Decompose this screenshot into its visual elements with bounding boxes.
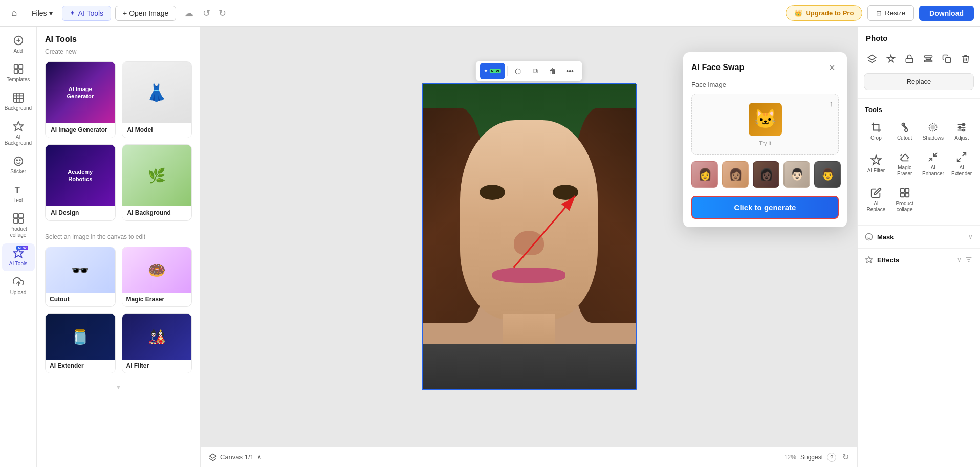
layers-button[interactable]: Canvas 1/1 ∧ — [209, 453, 262, 461]
suggest-button[interactable]: Suggest — [800, 454, 823, 461]
effects-settings-icon[interactable] — [965, 256, 973, 264]
effects-label: Effects — [877, 256, 899, 264]
sidebar-item-upload[interactable]: Upload — [2, 272, 35, 300]
tool-ai-extender-label: AI Extender — [46, 360, 115, 373]
svg-point-14 — [16, 160, 17, 161]
face-sample-1[interactable]: 👩 — [691, 161, 718, 188]
sidebar-item-add[interactable]: Add — [2, 31, 35, 58]
magic-icon[interactable] — [883, 51, 899, 67]
tools-panel: AI Tools Create new AI ImageGenerator AI… — [37, 27, 201, 467]
svg-marker-12 — [13, 122, 23, 130]
delete-button[interactable]: 🗑 — [545, 63, 561, 79]
sidebar-item-ai-background-label: AI Background — [4, 134, 33, 146]
duplicate-button[interactable]: ⧉ — [527, 63, 543, 79]
face-upload-area[interactable]: 🐱 Try it ↑ — [691, 94, 839, 155]
ai-replace-label: AI Replace — [865, 201, 887, 213]
divider-3 — [858, 248, 980, 249]
more-button[interactable]: ••• — [562, 63, 578, 79]
svg-point-13 — [14, 157, 23, 166]
face-swap-modal: AI Face Swap ✕ Face image 🐱 Try it ↑ 👩 — [683, 52, 847, 227]
layers-icon — [209, 453, 217, 461]
sidebar-item-product-collage-label: Product collage — [4, 226, 33, 238]
photo-canvas[interactable] — [422, 83, 637, 390]
right-tool-ai-replace[interactable]: AI Replace — [863, 183, 889, 217]
canvas-chevron-icon: ∧ — [257, 453, 262, 461]
sidebar-item-ai-background[interactable]: AI Background — [2, 117, 35, 150]
files-menu[interactable]: Files ▾ — [27, 6, 58, 20]
download-button[interactable]: Download — [919, 6, 974, 21]
right-panel: Photo Replace Tools — [857, 27, 980, 467]
align-icon[interactable] — [920, 51, 937, 67]
face-sample-5[interactable]: 👨 — [814, 161, 841, 188]
mask-label: Mask — [877, 233, 894, 241]
help-button[interactable]: ? — [827, 453, 836, 462]
right-tool-crop[interactable]: Crop — [863, 118, 889, 145]
mask-button[interactable]: ⬡ — [510, 63, 526, 79]
ai-tools-button[interactable]: ✦ AI Tools — [62, 6, 112, 21]
upgrade-button[interactable]: 👑 Upgrade to Pro — [786, 5, 862, 21]
tool-magic-eraser[interactable]: 🍩 Magic Eraser — [122, 247, 192, 307]
face-sample-3[interactable]: 👩🏿 — [753, 161, 779, 188]
svg-marker-43 — [872, 155, 881, 164]
home-button[interactable]: ⌂ — [6, 5, 23, 21]
face-sample-2[interactable]: 👩🏽 — [722, 161, 749, 188]
svg-rect-30 — [926, 58, 930, 60]
svg-line-44 — [934, 153, 937, 156]
right-tool-ai-filter[interactable]: AI Filter — [863, 147, 889, 181]
effects-chevron-icon[interactable]: ∨ — [957, 256, 962, 263]
svg-text:T: T — [14, 185, 19, 194]
delete-right-icon[interactable] — [957, 51, 974, 67]
ai-edit-button[interactable]: ✦ NEW — [480, 63, 505, 79]
canvas-area: ✦ NEW ⬡ ⧉ 🗑 ••• — [201, 27, 857, 467]
adjust-label: Adjust — [954, 135, 969, 141]
right-tool-shadows[interactable]: Shadows — [920, 118, 947, 145]
right-tool-ai-extender[interactable]: AI Extender — [948, 147, 975, 181]
sidebar-item-background[interactable]: Background — [2, 88, 35, 116]
sidebar-item-text[interactable]: T Text — [2, 180, 35, 208]
background-icon — [13, 92, 24, 103]
add-icon — [13, 35, 24, 46]
svg-rect-32 — [946, 58, 951, 63]
resize-button[interactable]: ⊡ Resize — [867, 5, 914, 21]
replace-button[interactable]: Replace — [864, 73, 974, 90]
right-tool-adjust[interactable]: Adjust — [948, 118, 975, 145]
sidebar-item-text-label: Text — [13, 197, 23, 204]
mask-section-row[interactable]: Mask ∨ — [858, 228, 980, 246]
right-tool-ai-enhancer[interactable]: AI Enhancer — [920, 147, 947, 181]
effects-row-content: Effects — [865, 256, 899, 264]
undo-button[interactable]: ↺ — [200, 6, 213, 21]
upload-arrow-icon[interactable]: ↑ — [829, 99, 833, 108]
face-swap-close-button[interactable]: ✕ — [824, 60, 839, 75]
tool-ai-extender[interactable]: 🫙 AI Extender — [45, 313, 116, 373]
tool-ai-background[interactable]: 🌿 AI Background — [122, 144, 192, 221]
generate-button[interactable]: Click to generate — [691, 196, 839, 219]
right-tool-product-collage[interactable]: Product collage — [891, 183, 918, 217]
tool-ai-model[interactable]: 👗 AI Model — [122, 61, 192, 138]
right-tool-cutout[interactable]: Cutout — [891, 118, 918, 145]
sidebar-item-ai-tools[interactable]: NEW AI Tools — [2, 243, 35, 271]
svg-rect-18 — [18, 214, 23, 218]
right-tool-magic-eraser[interactable]: Magic Eraser — [891, 147, 918, 181]
svg-rect-7 — [13, 93, 23, 102]
face-sample-4[interactable]: 👨🏻 — [783, 161, 810, 188]
tool-ai-image-generator[interactable]: AI ImageGenerator AI Image Generator — [45, 61, 116, 138]
lock-icon[interactable] — [901, 51, 918, 67]
redo-button[interactable]: ↻ — [215, 6, 229, 21]
tool-cutout[interactable]: 🕶️ Cutout — [45, 247, 116, 307]
copy-icon[interactable] — [939, 51, 955, 67]
cat-image: 🐱 — [749, 103, 782, 136]
open-image-button[interactable]: + Open Image — [115, 6, 176, 21]
tools-edit-grid: 🕶️ Cutout 🍩 Magic Eraser 🫙 AI Extender — [37, 247, 200, 382]
sidebar-item-templates[interactable]: Templates — [2, 59, 35, 87]
layers-panel-icon[interactable] — [864, 51, 880, 67]
sidebar-item-add-label: Add — [14, 48, 23, 54]
cloud-icon[interactable]: ☁ — [184, 8, 193, 19]
tool-ai-design-label: AI Design — [46, 206, 115, 220]
tool-ai-filter[interactable]: 🎎 AI Filter — [122, 313, 192, 373]
sidebar-item-product-collage[interactable]: Product collage — [2, 209, 35, 242]
sidebar-item-sticker[interactable]: Sticker — [2, 151, 35, 179]
svg-point-34 — [905, 129, 908, 132]
ai-filter-right-label: AI Filter — [867, 168, 885, 174]
refresh-button[interactable]: ↻ — [842, 452, 849, 462]
tool-ai-design[interactable]: AcademyRobotics AI Design — [45, 144, 116, 221]
